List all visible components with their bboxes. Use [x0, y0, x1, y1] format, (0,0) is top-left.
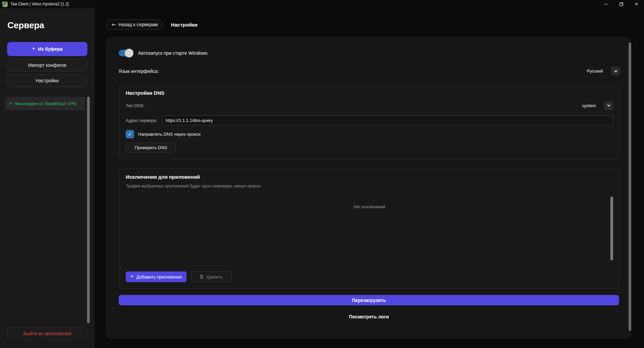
add-application-button[interactable]: + Добавить приложение [126, 271, 187, 282]
server-name: Финляндия от StealthSurf VPN [15, 101, 76, 106]
chevron-down-icon [614, 69, 618, 73]
from-clipboard-button[interactable]: + Из буфера [7, 42, 87, 56]
exclusions-description: Трафик выбранных приложений будет идти н… [126, 184, 613, 188]
dns-address-label: Адрес сервера: [126, 118, 157, 123]
app-logo-icon [2, 1, 8, 7]
restore-icon [619, 2, 623, 6]
title-bar: Taa Client | Vless Hysteria2 [1.2] ✕ [0, 0, 644, 8]
dns-proxy-checkbox[interactable]: ✓ [126, 130, 134, 138]
dns-settings-card: Настройки DNS Тип DNS: system Адрес серв… [119, 84, 620, 159]
toggle-knob [125, 49, 133, 57]
exit-app-button[interactable]: Выйти из приложения [7, 327, 87, 340]
chevron-down-icon [607, 103, 611, 107]
import-configs-button[interactable]: Импорт конфигов [7, 59, 87, 72]
autostart-row: Автозапуск при старте Windows [119, 50, 620, 56]
from-clipboard-label: Из буфера [38, 46, 63, 52]
window-controls: ✕ [599, 0, 644, 8]
exclusions-scrollbar[interactable] [610, 197, 613, 260]
main-area: ⇐ Назад к серверам Настройки Автозапуск … [94, 8, 644, 348]
dns-address-input[interactable] [162, 115, 613, 125]
sidebar: Сервера + Из буфера Импорт конфигов Наст… [0, 8, 94, 348]
minimize-button[interactable] [599, 0, 614, 8]
main-scrollbar[interactable] [629, 43, 631, 331]
check-dns-label: Проверить DNS [135, 145, 167, 150]
delete-application-label: Удалить [206, 274, 223, 279]
window-title: Taa Client | Vless Hysteria2 [1.2] [10, 2, 69, 6]
dns-type-label: Тип DNS: [126, 103, 145, 108]
sidebar-scrollbar[interactable] [87, 97, 90, 323]
exclusions-actions: + Добавить приложение Удалить [126, 271, 613, 283]
back-to-servers-button[interactable]: ⇐ Назад к серверам [107, 19, 163, 30]
restart-button[interactable]: Перезагрузить [119, 295, 619, 305]
close-button[interactable]: ✕ [629, 0, 644, 8]
close-icon: ✕ [635, 2, 638, 6]
plus-icon: + [32, 45, 35, 52]
sidebar-settings-button[interactable]: Настройки [7, 74, 87, 87]
main-header: ⇐ Назад к серверам Настройки [107, 19, 198, 30]
sidebar-settings-label: Настройки [36, 78, 59, 83]
language-label: Язык интерфейса: [119, 69, 159, 74]
dns-type-row: Тип DNS: system [126, 100, 613, 111]
app-exclusions-card: Исключения для приложений Трафик выбранн… [119, 168, 620, 289]
plus-icon: + [130, 273, 134, 280]
language-chevron-button[interactable] [611, 67, 620, 76]
settings-panel: Автозапуск при старте Windows Язык интер… [106, 37, 631, 339]
dns-proxy-label: Направлять DNS через прокси [138, 132, 201, 137]
language-row: Язык интерфейса: Русский [119, 67, 620, 76]
dns-type-select[interactable]: system [582, 101, 613, 110]
dns-type-chevron-button[interactable] [604, 101, 613, 110]
check-dns-button[interactable]: Проверить DNS [126, 142, 176, 153]
minimize-icon [604, 4, 608, 4]
dns-address-row: Адрес сервера: [126, 115, 613, 125]
checkmark-icon: ✓ [128, 131, 132, 137]
exclusions-list: Нет исключений [126, 190, 613, 271]
view-logs-label: Посмотреть логи [349, 314, 389, 319]
exclusions-title: Исключения для приложений [126, 174, 613, 180]
trash-icon [200, 274, 204, 279]
server-list-item[interactable]: FI Финляндия от StealthSurf VPN [5, 97, 85, 110]
server-flag: FI [9, 102, 13, 105]
restart-label: Перезагрузить [352, 298, 386, 303]
back-arrow-icon: ⇐ [112, 21, 116, 28]
exit-app-label: Выйти из приложения [23, 331, 71, 336]
autostart-toggle[interactable] [119, 50, 133, 56]
view-logs-link[interactable]: Посмотреть логи [119, 314, 619, 319]
dns-type-value: system [582, 103, 596, 108]
autostart-label: Автозапуск при старте Windows [138, 50, 207, 56]
restore-button[interactable] [614, 0, 629, 8]
sidebar-title: Сервера [7, 20, 94, 31]
dns-card-title: Настройки DNS [126, 90, 613, 96]
dns-proxy-row: ✓ Направлять DNS через прокси [126, 130, 613, 138]
delete-application-button[interactable]: Удалить [191, 271, 232, 282]
page-title: Настройки [171, 22, 197, 28]
import-configs-label: Импорт конфигов [28, 62, 67, 68]
add-application-label: Добавить приложение [136, 274, 182, 279]
language-value: Русский [587, 69, 603, 74]
exclusions-empty-text: Нет исключений [354, 205, 385, 209]
language-select[interactable]: Русский [587, 67, 620, 76]
back-to-servers-label: Назад к серверам [119, 22, 158, 27]
